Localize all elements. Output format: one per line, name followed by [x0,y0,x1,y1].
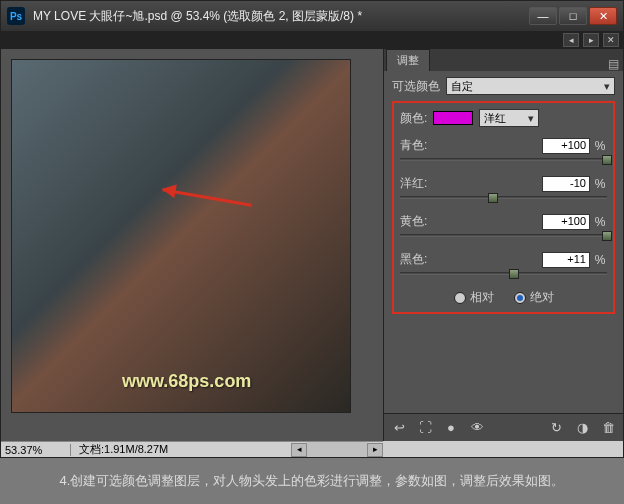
window-title: MY LOVE 大眼仔~旭.psd @ 53.4% (选取颜色 2, 图层蒙版/… [33,8,529,25]
slider-value-field[interactable]: -10 [542,176,590,192]
percent-label: % [593,139,607,153]
tab-adjustments[interactable]: 调整 [386,49,430,71]
slider-thumb[interactable] [509,269,519,279]
panel-menu-icon[interactable]: ▤ [603,57,623,71]
app-window: Ps MY LOVE 大眼仔~旭.psd @ 53.4% (选取颜色 2, 图层… [0,0,624,458]
tab-prev-button[interactable]: ◂ [563,33,579,47]
slider-row: 黄色:+100% [400,213,607,237]
radio-relative[interactable] [454,292,466,304]
adjustments-panel: 调整 ▤ 可选颜色 自定 颜色: 洋红 [383,49,623,441]
slider-row: 黑色:+11% [400,251,607,275]
color-label: 颜色: [400,110,427,127]
slider-label: 黑色: [400,251,427,268]
slider-track[interactable] [400,196,607,199]
slider-label: 青色: [400,137,427,154]
slider-thumb[interactable] [602,155,612,165]
scroll-left-button[interactable]: ◂ [291,443,307,457]
minimize-button[interactable]: — [529,7,557,25]
color-value: 洋红 [484,111,506,126]
color-dropdown[interactable]: 洋红 [479,109,539,127]
slider-row: 青色:+100% [400,137,607,161]
status-bar: 53.37% 文档:1.91M/8.27M ◂ ▸ [1,441,383,457]
layer-icon[interactable]: ● [442,419,460,437]
slider-row: 洋红:-10% [400,175,607,199]
highlight-box: 颜色: 洋红 青色:+100%洋红:-10%黄色:+100%黑色:+11% 相对 [392,101,615,314]
close-button[interactable]: ✕ [589,7,617,25]
expand-icon[interactable]: ⛶ [416,419,434,437]
slider-track[interactable] [400,234,607,237]
slider-label: 黄色: [400,213,427,230]
slider-thumb[interactable] [602,231,612,241]
tab-close-button[interactable]: ✕ [603,33,619,47]
preset-value: 自定 [451,79,473,94]
app-icon: Ps [7,7,25,25]
color-swatch [433,111,473,125]
zoom-field[interactable]: 53.37% [1,444,71,456]
maximize-button[interactable]: □ [559,7,587,25]
document-canvas[interactable]: www.68ps.com [11,59,351,413]
tab-next-button[interactable]: ▸ [583,33,599,47]
doc-tab-strip: ◂ ▸ ✕ [1,31,623,49]
percent-label: % [593,177,607,191]
slider-track[interactable] [400,272,607,275]
percent-label: % [593,253,607,267]
canvas-area: www.68ps.com [1,49,383,441]
preset-dropdown[interactable]: 自定 [446,77,615,95]
slider-value-field[interactable]: +100 [542,138,590,154]
slider-thumb[interactable] [488,193,498,203]
percent-label: % [593,215,607,229]
tutorial-caption: 4.创建可选颜色调整图层，对人物头发上的色彩进行调整，参数如图，调整后效果如图。 [0,458,624,504]
radio-relative-label: 相对 [470,289,494,306]
panel-footer: ↩ ⛶ ● 👁 ↻ ◑ 🗑 [384,413,623,441]
panel-tab-bar: 调整 ▤ [384,49,623,71]
slider-track[interactable] [400,158,607,161]
preset-label: 可选颜色 [392,78,440,95]
visibility-icon[interactable]: 👁 [468,419,486,437]
back-icon[interactable]: ↩ [390,419,408,437]
doc-info: 文档:1.91M/8.27M [71,442,291,457]
radio-absolute-label: 绝对 [530,289,554,306]
clip-icon[interactable]: ◑ [573,419,591,437]
radio-absolute[interactable] [514,292,526,304]
title-bar: Ps MY LOVE 大眼仔~旭.psd @ 53.4% (选取颜色 2, 图层… [1,1,623,31]
slider-value-field[interactable]: +11 [542,252,590,268]
annotation-arrow [162,188,251,207]
watermark-text: www.68ps.com [122,371,251,392]
slider-label: 洋红: [400,175,427,192]
slider-value-field[interactable]: +100 [542,214,590,230]
reset-icon[interactable]: ↻ [547,419,565,437]
trash-icon[interactable]: 🗑 [599,419,617,437]
scroll-right-button[interactable]: ▸ [367,443,383,457]
